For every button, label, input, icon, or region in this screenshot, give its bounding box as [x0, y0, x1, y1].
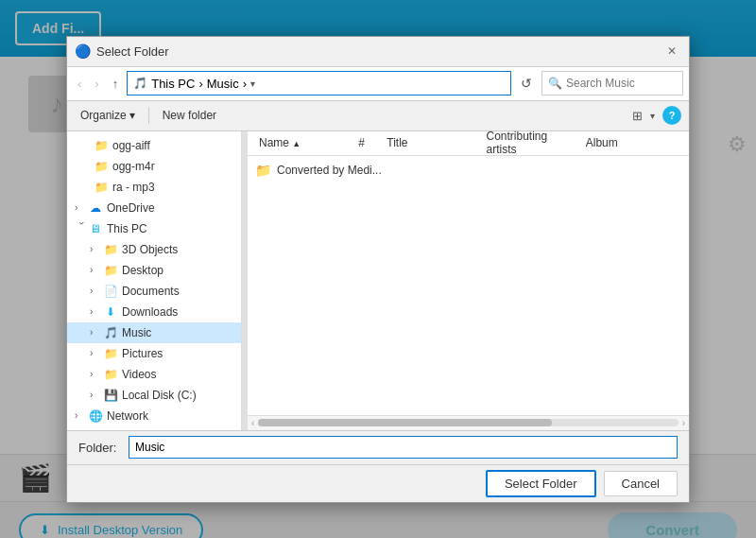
folder-icon-documents: 📄	[103, 284, 118, 299]
organize-button[interactable]: Organize ▾	[75, 106, 141, 125]
path-dropdown-button[interactable]: ▾	[250, 78, 255, 89]
view-dropdown-icon: ▾	[650, 111, 655, 121]
nav-label-music: Music	[122, 326, 151, 339]
scroll-right-arrow[interactable]: ›	[682, 418, 685, 428]
nav-label-desktop: Desktop	[122, 264, 163, 277]
col-album[interactable]: Album	[582, 136, 681, 149]
col-name[interactable]: Name ▲	[255, 136, 354, 149]
scroll-area: ‹ ›	[248, 415, 689, 430]
expand-arrow-3d: ›	[90, 244, 103, 254]
expand-arrow-pictures: ›	[90, 348, 103, 358]
local-disk-icon: 💾	[103, 388, 118, 403]
address-bar: ‹ › ↑ 🎵 This PC › Music › ▾ ↺ 🔍	[67, 67, 689, 101]
nav-item-ogg-m4r[interactable]: 📁 ogg-m4r	[67, 156, 241, 177]
dialog-body: 📁 ogg-aiff 📁 ogg-m4r 📁 ra - mp3 › ☁	[67, 131, 689, 430]
path-segment-thispc: This PC	[151, 77, 195, 91]
col-title[interactable]: Title	[383, 136, 482, 149]
folder-input[interactable]	[129, 436, 678, 459]
dialog-titlebar: 🔵 Select Folder ✕	[67, 37, 689, 67]
select-folder-button[interactable]: Select Folder	[486, 470, 596, 497]
dialog-title-left: 🔵 Select Folder	[75, 43, 169, 59]
expand-arrow-videos: ›	[90, 369, 103, 379]
nav-item-network[interactable]: › 🌐 Network	[67, 406, 241, 426]
nav-item-onedrive[interactable]: › ☁ OneDrive	[67, 198, 241, 218]
downloads-icon: ⬇	[103, 304, 118, 320]
path-music-icon: 🎵	[133, 77, 147, 90]
nav-item-documents[interactable]: › 📄 Documents	[67, 281, 241, 302]
nav-label-onedrive: OneDrive	[107, 201, 155, 215]
scrollbar-thumb	[258, 419, 552, 426]
nav-item-local-disk[interactable]: › 💾 Local Disk (C:)	[67, 385, 241, 406]
up-button[interactable]: ↑	[108, 74, 124, 94]
nav-item-ra-mp3[interactable]: 📁 ra - mp3	[67, 177, 241, 198]
expand-arrow-desktop: ›	[90, 265, 103, 275]
dialog-title-icon: 🔵	[75, 43, 91, 59]
nav-label-videos: Videos	[122, 368, 156, 381]
folder-label: Folder:	[78, 441, 121, 455]
network-icon: 🌐	[88, 408, 103, 424]
music-folder-icon: 🎵	[103, 325, 118, 340]
dialog-close-button[interactable]: ✕	[662, 42, 681, 61]
nav-item-desktop[interactable]: › 📁 Desktop	[67, 260, 241, 281]
nav-item-3d-objects[interactable]: › 📁 3D Objects	[67, 239, 241, 260]
expand-arrow-network: ›	[75, 410, 88, 421]
folder-blue-icon-3d: 📁	[103, 242, 118, 257]
folder-blue-icon-videos: 📁	[103, 367, 118, 382]
refresh-button[interactable]: ↺	[515, 73, 538, 94]
nav-item-downloads[interactable]: › ⬇ Downloads	[67, 302, 241, 322]
nav-panel: 📁 ogg-aiff 📁 ogg-m4r 📁 ra - mp3 › ☁	[67, 131, 242, 430]
scroll-left-arrow[interactable]: ‹	[251, 418, 254, 428]
nav-label-network: Network	[107, 409, 148, 423]
folder-blue-icon-desktop: 📁	[103, 263, 118, 278]
content-items: 📁 Converted by Medi...	[248, 156, 689, 415]
cancel-button[interactable]: Cancel	[604, 471, 678, 496]
expand-arrow-local-disk: ›	[90, 390, 103, 400]
path-segment-music: Music	[207, 77, 239, 91]
folder-yellow-icon: 📁	[94, 138, 109, 153]
col-artist[interactable]: Contributing artists	[483, 131, 582, 157]
address-path[interactable]: 🎵 This PC › Music › ▾	[127, 71, 511, 95]
nav-label-pictures: Pictures	[122, 347, 163, 360]
forward-button[interactable]: ›	[90, 74, 103, 94]
expand-arrow-onedrive: ›	[75, 202, 88, 213]
content-item-converted[interactable]: 📁 Converted by Medi...	[248, 160, 689, 181]
expand-arrow-this-pc: ›	[77, 222, 87, 235]
col-num[interactable]: #	[354, 136, 383, 149]
path-separator-2: ›	[243, 77, 247, 91]
nav-item-music[interactable]: › 🎵 Music	[67, 322, 241, 343]
col-artist-label: Contributing artists	[487, 131, 548, 157]
content-item-name-converted: Converted by Medi...	[277, 164, 681, 177]
new-folder-button[interactable]: New folder	[157, 106, 222, 125]
folder-bar: Folder:	[67, 430, 689, 464]
nav-item-this-pc[interactable]: › 🖥 This PC	[67, 218, 241, 239]
col-album-label: Album	[586, 136, 618, 149]
nav-item-videos[interactable]: › 📁 Videos	[67, 364, 241, 385]
nav-label-downloads: Downloads	[122, 305, 178, 319]
content-header: Name ▲ # Title Contributing artists Albu…	[248, 131, 689, 156]
col-name-label: Name	[259, 136, 289, 149]
nav-item-pictures[interactable]: › 📁 Pictures	[67, 343, 241, 364]
dialog-title-text: Select Folder	[96, 44, 169, 59]
search-input[interactable]	[566, 77, 661, 90]
nav-label-ogg-m4r: ogg-m4r	[112, 160, 155, 173]
folder-blue-icon-pictures: 📁	[103, 346, 118, 361]
nav-label-local-disk: Local Disk (C:)	[122, 389, 197, 402]
horizontal-scrollbar[interactable]	[258, 419, 678, 426]
onedrive-icon: ☁	[88, 200, 103, 216]
content-panel: Name ▲ # Title Contributing artists Albu…	[248, 131, 689, 430]
nav-item-ogg-aiff[interactable]: 📁 ogg-aiff	[67, 135, 241, 156]
nav-label-this-pc: This PC	[107, 222, 147, 235]
dialog-toolbar: Organize ▾ New folder ⊞ ▾ ?	[67, 101, 689, 131]
back-button[interactable]: ‹	[73, 74, 86, 94]
folder-yellow-icon-3: 📁	[94, 180, 109, 195]
search-box[interactable]: 🔍	[541, 71, 683, 95]
nav-label-documents: Documents	[122, 285, 180, 298]
sort-arrow: ▲	[292, 139, 301, 148]
help-button[interactable]: ?	[662, 106, 681, 125]
view-button[interactable]: ⊞	[632, 109, 643, 123]
expand-arrow-downloads: ›	[90, 306, 103, 317]
col-num-label: #	[358, 136, 365, 149]
folder-icon-converted: 📁	[255, 163, 271, 178]
select-folder-dialog: 🔵 Select Folder ✕ ‹ › ↑ 🎵 This PC › Musi…	[66, 36, 690, 503]
toolbar-separator	[148, 107, 149, 124]
